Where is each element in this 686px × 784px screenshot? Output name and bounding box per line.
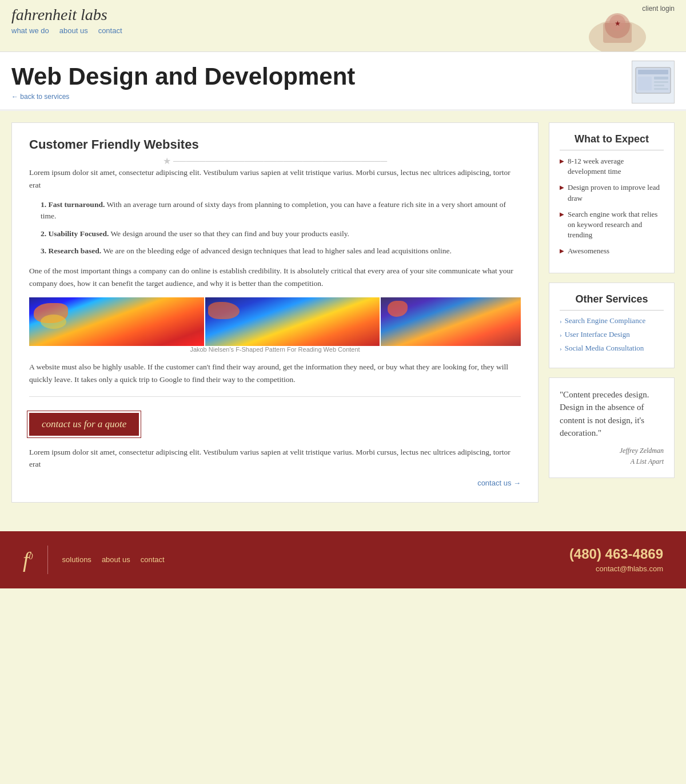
star-divider: ★ ───────────────────────────────── xyxy=(29,156,521,166)
content-divider-line xyxy=(29,396,521,397)
service-arrow-3: › xyxy=(560,345,562,352)
svg-rect-7 xyxy=(638,77,652,90)
quote-text: "Content precedes design. Design in the … xyxy=(560,388,664,440)
page-icon xyxy=(632,61,675,104)
nav-what-we-do[interactable]: what we do xyxy=(11,26,49,35)
header: fahrenheit labs what we do about us cont… xyxy=(0,0,686,52)
back-to-services-link[interactable]: ← back to services xyxy=(11,93,355,101)
contact-quote-button[interactable]: contact us for a quote xyxy=(29,413,139,436)
expect-text-2: Design proven to improve lead draw xyxy=(568,182,664,203)
main-nav: what we do about us contact xyxy=(11,26,122,41)
quote-source: A List Apart xyxy=(631,457,664,465)
footer-contact-area: (480) 463-4869 contact@fhlabs.com xyxy=(569,546,663,573)
footer-nav: solutions about us contact xyxy=(62,555,165,564)
arrow-icon-2: ▶ xyxy=(560,184,564,192)
client-login-link[interactable]: client login xyxy=(642,5,675,13)
service-item-3: › Social Media Consultation xyxy=(560,344,664,353)
content-title: Customer Friendly Websites xyxy=(29,137,521,152)
quote-author: Jeffrey Zeldman A List Apart xyxy=(560,445,664,467)
feature-list: 1. Fast turnaround. With an average turn… xyxy=(41,199,521,257)
footer-logo-sup: 0 xyxy=(29,552,33,561)
footer-nav-solutions[interactable]: solutions xyxy=(62,555,91,564)
services-list: › Search Engine Compliance › User Interf… xyxy=(560,316,664,353)
quote-author-name: Jeffrey Zeldman xyxy=(620,447,664,455)
nav-contact[interactable]: contact xyxy=(98,26,122,35)
footer-logo-f: f xyxy=(23,548,29,572)
footer-phone: (480) 463-4869 xyxy=(569,546,663,562)
page-title: Web Design and Development xyxy=(11,63,355,90)
service-arrow-1: › xyxy=(560,317,562,324)
heatmap-image-block: Jakob Nielsen's F-Shaped Pattern For Rea… xyxy=(29,297,521,353)
svg-rect-9 xyxy=(654,81,668,83)
expect-text-3: Search engine work that relies on keywor… xyxy=(568,209,664,241)
service-item-1: › Search Engine Compliance xyxy=(560,316,664,325)
expect-item-2: ▶ Design proven to improve lead draw xyxy=(560,182,664,203)
content-panel: Customer Friendly Websites ★ ───────────… xyxy=(11,122,539,503)
svg-rect-11 xyxy=(654,88,668,90)
main-wrapper: Customer Friendly Websites ★ ───────────… xyxy=(0,111,686,514)
arrow-icon-4: ▶ xyxy=(560,247,564,255)
heatmap-image-1 xyxy=(29,297,204,346)
expect-text-4: Awesomeness xyxy=(568,246,609,256)
heatmap-images xyxy=(29,297,521,346)
footer-nav-contact[interactable]: contact xyxy=(141,555,165,564)
svg-rect-10 xyxy=(654,85,664,86)
list-item-2: 2. Usability Focused. We design around t… xyxy=(41,228,521,240)
contact-link-wrapper: contact us → xyxy=(29,479,521,488)
expect-list: ▶ 8-12 week average development time ▶ D… xyxy=(560,156,664,257)
page-title-area: Web Design and Development ← back to ser… xyxy=(0,52,686,111)
quote-box: "Content precedes design. Design in the … xyxy=(549,377,675,478)
list-item-3: 3. Research based. We are on the bleedin… xyxy=(41,245,521,257)
page-title-left: Web Design and Development ← back to ser… xyxy=(11,63,355,100)
footer-email: contact@fhlabs.com xyxy=(569,564,663,573)
usability-paragraph: A website must also be highly usable. If… xyxy=(29,361,521,385)
contact-btn-wrapper: contact us for a quote xyxy=(29,407,521,446)
arrow-icon-3: ▶ xyxy=(560,210,564,218)
intro-paragraph: Lorem ipsum dolor sit amet, consectetur … xyxy=(29,166,521,191)
footer-logo-text: f0 xyxy=(23,547,33,572)
service-arrow-2: › xyxy=(560,331,562,338)
search-engine-compliance-link[interactable]: Search Engine Compliance xyxy=(565,316,646,325)
heatmap-image-3 xyxy=(381,297,521,346)
lorem-paragraph: Lorem ipsum dolor sit amet, consectetur … xyxy=(29,446,521,471)
expect-item-3: ▶ Search engine work that relies on keyw… xyxy=(560,209,664,241)
image-caption: Jakob Nielsen's F-Shaped Pattern For Rea… xyxy=(29,346,521,353)
contact-us-link[interactable]: contact us → xyxy=(477,479,521,487)
service-item-2: › User Interface Design xyxy=(560,330,664,339)
sidebar: What to Expect ▶ 8-12 week average devel… xyxy=(549,122,675,478)
logo-area: fahrenheit labs what we do about us cont… xyxy=(11,6,122,41)
expect-text-1: 8-12 week average development time xyxy=(568,156,664,177)
footer-divider xyxy=(47,546,48,574)
user-interface-design-link[interactable]: User Interface Design xyxy=(565,330,630,339)
nav-about-us[interactable]: about us xyxy=(59,26,88,35)
list-item-1: 1. Fast turnaround. With an average turn… xyxy=(41,199,521,222)
header-illustration: ★ xyxy=(560,6,675,51)
svg-rect-8 xyxy=(654,77,668,79)
footer-nav-about[interactable]: about us xyxy=(102,555,130,564)
credibility-paragraph: One of the most important things a compa… xyxy=(29,265,521,289)
what-to-expect-title: What to Expect xyxy=(560,133,664,150)
other-services-title: Other Services xyxy=(560,293,664,311)
footer: f0 solutions about us contact (480) 463-… xyxy=(0,531,686,588)
heatmap-image-2 xyxy=(205,297,380,346)
what-to-expect-box: What to Expect ▶ 8-12 week average devel… xyxy=(549,122,675,273)
expect-item-1: ▶ 8-12 week average development time xyxy=(560,156,664,177)
svg-text:★: ★ xyxy=(615,19,621,27)
arrow-icon-1: ▶ xyxy=(560,157,564,165)
logo-text[interactable]: fahrenheit labs xyxy=(11,6,122,24)
expect-item-4: ▶ Awesomeness xyxy=(560,246,664,256)
other-services-box: Other Services › Search Engine Complianc… xyxy=(549,282,675,368)
footer-logo-area: f0 solutions about us contact xyxy=(23,546,165,574)
social-media-consultation-link[interactable]: Social Media Consultation xyxy=(565,344,644,353)
svg-rect-6 xyxy=(638,70,668,74)
